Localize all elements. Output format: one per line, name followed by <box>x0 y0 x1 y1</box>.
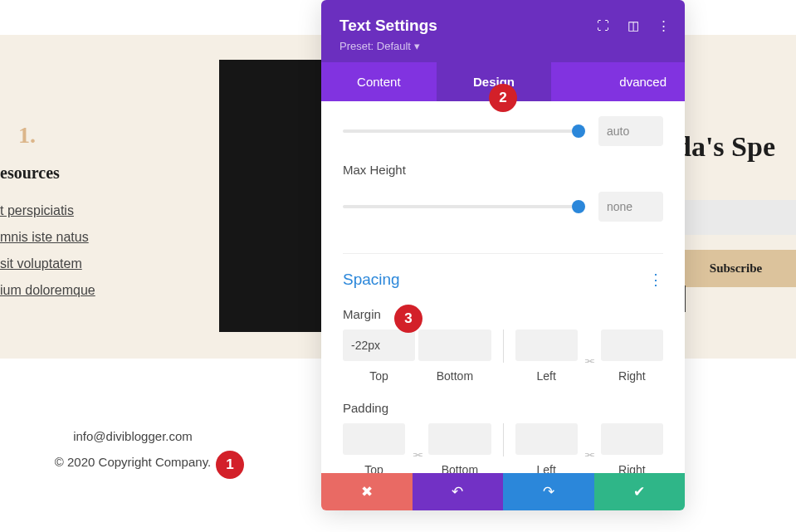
right-column: da's Spe Subscribe <box>676 131 796 287</box>
padding-bottom-input[interactable] <box>428 423 491 455</box>
link-icon[interactable]: ⫘ <box>581 440 598 461</box>
list-item[interactable]: mnis iste natus <box>0 227 154 247</box>
column-number: 1. <box>0 122 154 149</box>
annotation-badge-2: 2 <box>489 84 517 112</box>
cancel-button[interactable]: ✖ <box>321 473 413 510</box>
panel-body: auto Max Height none Spacing ⋮ Margin To… <box>321 101 685 473</box>
subscribe-button[interactable]: Subscribe <box>676 250 796 287</box>
link-icon[interactable]: ⫘ <box>581 346 598 367</box>
label-left: Left <box>515 463 578 473</box>
left-column: 1. esources t perspiciatis mnis iste nat… <box>0 122 154 307</box>
list-item[interactable]: ium doloremque <box>0 281 154 300</box>
right-title: da's Spe <box>676 131 796 163</box>
spacing-label: Spacing <box>343 271 400 289</box>
confirm-button[interactable]: ✔ <box>594 473 686 510</box>
max-height-value[interactable]: none <box>598 192 663 222</box>
preset-dropdown[interactable]: Preset: Default ▾ <box>339 40 667 52</box>
label-top: Top <box>343 369 415 383</box>
resource-links: t perspiciatis mnis iste natus sit volup… <box>0 201 154 300</box>
padding-left-input[interactable] <box>515 423 578 455</box>
divider <box>503 329 504 363</box>
tab-advanced[interactable]: dvanced <box>551 62 685 101</box>
annotation-badge-1: 1 <box>216 451 244 479</box>
column-heading: esources <box>0 164 154 183</box>
spacing-section[interactable]: Spacing ⋮ <box>343 253 663 289</box>
panel-footer: ✖ ↶ ↷ ✔ <box>321 473 685 510</box>
label-bottom: Bottom <box>428 463 491 473</box>
footer-email: info@diviblogger.com <box>0 429 266 443</box>
undo-button[interactable]: ↶ <box>413 473 504 510</box>
padding-label: Padding <box>343 401 663 415</box>
max-height-label: Max Height <box>343 163 663 177</box>
width-slider-row: auto <box>343 116 663 146</box>
panel-header: Text Settings Preset: Default ▾ ⛶ ◫ ⋮ <box>321 0 685 62</box>
margin-left-input[interactable] <box>515 329 578 361</box>
label-left: Left <box>515 369 578 383</box>
expand-icon[interactable]: ⛶ <box>597 18 609 33</box>
margin-label: Margin <box>343 307 663 321</box>
label-bottom: Bottom <box>418 369 491 383</box>
padding-top-input[interactable] <box>343 423 405 455</box>
settings-panel: Text Settings Preset: Default ▾ ⛶ ◫ ⋮ Co… <box>321 0 685 510</box>
label-right: Right <box>601 463 663 473</box>
columns-icon[interactable]: ◫ <box>628 18 639 33</box>
slider-thumb[interactable] <box>572 124 585 138</box>
more-icon[interactable]: ⋮ <box>657 18 670 33</box>
margin-right-input[interactable] <box>601 329 663 361</box>
margin-bottom-input[interactable] <box>418 329 491 361</box>
max-height-slider[interactable] <box>343 205 585 208</box>
annotation-badge-3: 3 <box>394 305 422 333</box>
label-top: Top <box>343 463 405 473</box>
max-height-slider-row: none <box>343 192 663 222</box>
slider-thumb[interactable] <box>572 200 585 213</box>
redo-button[interactable]: ↷ <box>503 473 594 510</box>
spacing-more-icon[interactable]: ⋮ <box>648 271 663 289</box>
label-right: Right <box>601 369 663 383</box>
list-item[interactable]: t perspiciatis <box>0 201 154 221</box>
panel-header-icons: ⛶ ◫ ⋮ <box>597 18 670 33</box>
width-slider[interactable] <box>343 129 585 133</box>
padding-right-input[interactable] <box>601 423 663 455</box>
input-placeholder-bar[interactable] <box>676 200 796 235</box>
tab-content[interactable]: Content <box>321 62 437 101</box>
list-item[interactable]: sit voluptatem <box>0 254 154 274</box>
width-value[interactable]: auto <box>598 116 663 146</box>
link-icon[interactable]: ⫘ <box>408 440 425 461</box>
padding-inputs: Top ⫘ Bottom Left ⫘ Right <box>343 423 663 473</box>
divider <box>503 423 504 456</box>
margin-inputs: Top Bottom Left ⫘ Right <box>343 329 663 383</box>
margin-top-input[interactable] <box>343 329 415 361</box>
